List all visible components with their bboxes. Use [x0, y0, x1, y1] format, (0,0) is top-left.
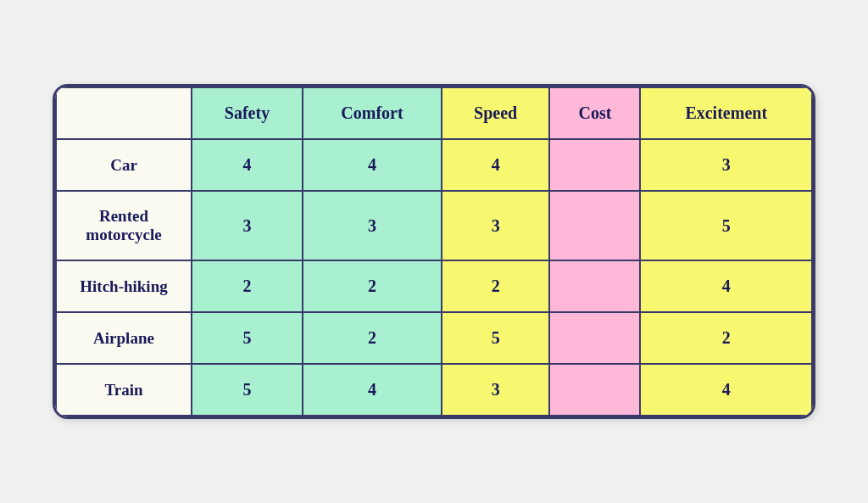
cell-comfort-row2: 2 — [303, 260, 442, 312]
table-row: Train5434 — [56, 364, 812, 416]
cell-speed-row0: 4 — [442, 139, 549, 191]
cell-label-row1: Rented motorcycle — [56, 191, 192, 260]
header-excitement: Excitement — [640, 87, 812, 139]
cell-safety-row4: 5 — [192, 364, 303, 416]
cell-cost-row0 — [549, 139, 640, 191]
comparison-table: Safety Comfort Speed Cost Excitement Car… — [53, 84, 815, 419]
cell-comfort-row1: 3 — [303, 191, 442, 260]
cell-excitement-row1: 5 — [640, 191, 812, 260]
cell-comfort-row4: 4 — [303, 364, 442, 416]
header-comfort: Comfort — [303, 87, 442, 139]
cell-safety-row2: 2 — [192, 260, 303, 312]
cell-safety-row3: 5 — [192, 312, 303, 364]
cell-comfort-row3: 2 — [303, 312, 442, 364]
cell-safety-row0: 4 — [192, 139, 303, 191]
cell-label-row0: Car — [56, 139, 192, 191]
cell-label-row4: Train — [56, 364, 192, 416]
cell-cost-row3 — [549, 312, 640, 364]
header-cost: Cost — [549, 87, 640, 139]
cell-cost-row2 — [549, 260, 640, 312]
cell-excitement-row0: 3 — [640, 139, 812, 191]
cell-comfort-row0: 4 — [303, 139, 442, 191]
cell-excitement-row4: 4 — [640, 364, 812, 416]
cell-cost-row1 — [549, 191, 640, 260]
cell-safety-row1: 3 — [192, 191, 303, 260]
table-row: Hitch-hiking2224 — [56, 260, 812, 312]
cell-speed-row2: 2 — [442, 260, 549, 312]
table-row: Car4443 — [56, 139, 812, 191]
cell-speed-row1: 3 — [442, 191, 549, 260]
table-row: Rented motorcycle3335 — [56, 191, 812, 260]
cell-label-row2: Hitch-hiking — [56, 260, 192, 312]
header-speed: Speed — [442, 87, 549, 139]
cell-excitement-row2: 4 — [640, 260, 812, 312]
cell-cost-row4 — [549, 364, 640, 416]
cell-speed-row3: 5 — [442, 312, 549, 364]
cell-excitement-row3: 2 — [640, 312, 812, 364]
cell-label-row3: Airplane — [56, 312, 192, 364]
header-empty — [56, 87, 192, 139]
table-row: Airplane5252 — [56, 312, 812, 364]
header-safety: Safety — [192, 87, 303, 139]
cell-speed-row4: 3 — [442, 364, 549, 416]
